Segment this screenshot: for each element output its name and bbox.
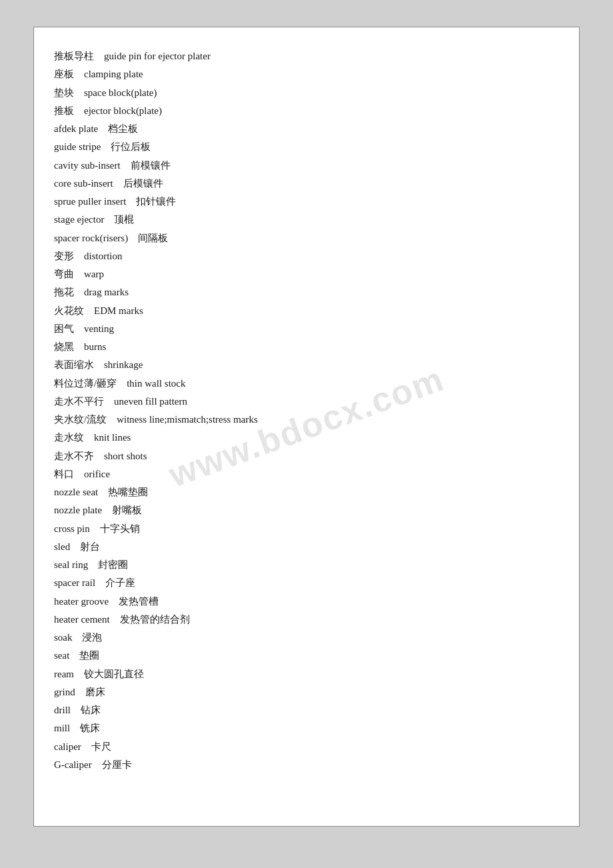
list-item: seat 垫圈	[54, 647, 559, 664]
list-item: 拖花 drag marks	[54, 283, 559, 301]
list-item: nozzle plate 射嘴板	[54, 501, 559, 519]
list-item: 困气 venting	[54, 320, 559, 337]
list-item: core sub-insert 后模镶件	[54, 175, 559, 192]
list-item: 火花纹 EDM marks	[54, 302, 559, 319]
list-item: ream 铰大圆孔直径	[54, 665, 559, 683]
list-item: stage ejector 顶棍	[54, 211, 559, 228]
list-item: spacer rail 介子座	[54, 574, 559, 591]
page-container: www.bdocx.com 推板导柱 guide pin for ejector…	[33, 27, 580, 827]
list-item: 表面缩水 shrinkage	[54, 356, 559, 373]
list-item: 垫块 space block(plate)	[54, 84, 559, 101]
list-item: cross pin 十字头销	[54, 520, 559, 537]
list-item: 座板 clamping plate	[54, 65, 559, 83]
list-item: sled 射台	[54, 538, 559, 555]
list-item: guide stripe 行位后板	[54, 138, 559, 155]
list-item: G-caliper 分厘卡	[54, 756, 559, 773]
list-item: seal ring 封密圈	[54, 556, 559, 573]
list-item: mill 铣床	[54, 719, 559, 737]
list-item: 料口 orifice	[54, 465, 559, 483]
list-item: 推板 ejector block(plate)	[54, 102, 559, 119]
list-item: sprue puller insert 扣针镶件	[54, 193, 559, 210]
list-item: grind 磨床	[54, 683, 559, 701]
list-item: 变形 distortion	[54, 247, 559, 265]
list-item: 夹水纹/流纹 witness line;mismatch;stress mark…	[54, 411, 559, 428]
list-item: cavity sub-insert 前模镶件	[54, 157, 559, 174]
list-item: spacer rock(risers) 间隔板	[54, 229, 559, 247]
list-item: 走水不平行 uneven fill pattern	[54, 393, 559, 410]
list-item: 推板导柱 guide pin for ejector plater	[54, 47, 559, 65]
list-item: caliper 卡尺	[54, 738, 559, 755]
list-item: soak 浸泡	[54, 629, 559, 646]
list-item: 走水纹 knit lines	[54, 429, 559, 446]
list-item: 料位过薄/砸穿 thin wall stock	[54, 375, 559, 392]
list-item: heater groove 发热管槽	[54, 593, 559, 610]
list-item: heater cement 发热管的结合剂	[54, 611, 559, 628]
list-item: 弯曲 warp	[54, 265, 559, 283]
list-item: 走水不齐 short shots	[54, 447, 559, 465]
list-item: drill 钻床	[54, 701, 559, 719]
list-item: 烧黑 burns	[54, 338, 559, 355]
content-area: 推板导柱 guide pin for ejector plater座板 clam…	[54, 47, 559, 773]
list-item: afdek plate 档尘板	[54, 120, 559, 137]
list-item: nozzle seat 热嘴垫圈	[54, 483, 559, 501]
